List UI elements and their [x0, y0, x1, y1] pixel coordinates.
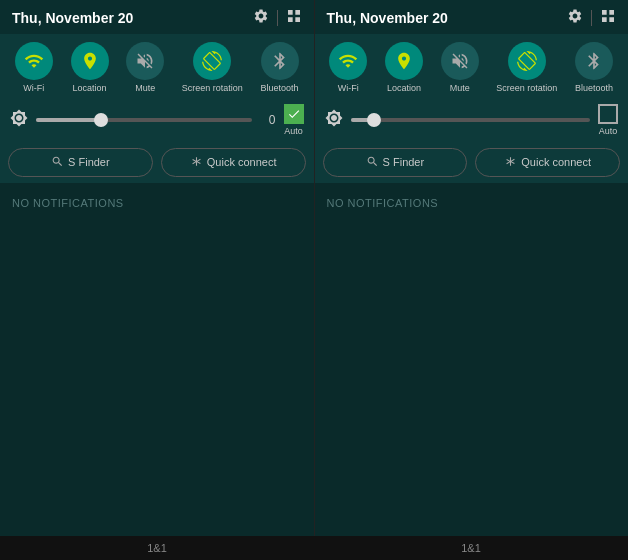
toggle-screen-rotation[interactable]: Screen rotation: [496, 42, 557, 94]
toggle-location[interactable]: Location: [385, 42, 423, 94]
brightness-row: 0Auto: [0, 98, 314, 140]
toggle-circle-screen-rotation: [508, 42, 546, 80]
header-date: Thu, November 20: [327, 10, 448, 26]
toggle-wifi[interactable]: Wi-Fi: [329, 42, 367, 94]
search-icon: [51, 155, 64, 170]
brightness-track[interactable]: [351, 118, 591, 122]
s-finder-button[interactable]: S Finder: [8, 148, 153, 177]
toggle-circle-location: [385, 42, 423, 80]
grid-icon[interactable]: [286, 8, 302, 28]
quick-connect-label: Quick connect: [207, 156, 277, 168]
brightness-value: 0: [260, 113, 276, 127]
brightness-fill: [36, 118, 101, 122]
s-finder-label: S Finder: [68, 156, 110, 168]
toggle-circle-mute: [126, 42, 164, 80]
quick-toggles: Wi-Fi Location Mute Screen rotation Blue…: [315, 34, 629, 98]
brightness-row: Auto: [315, 98, 629, 140]
panel-right: Thu, November 20 Wi-Fi Location Mute Scr…: [315, 0, 629, 536]
brightness-icon: [325, 109, 343, 131]
toggle-label-bluetooth: Bluetooth: [575, 83, 613, 94]
header-icons: [253, 8, 302, 28]
toggle-label-screen-rotation: Screen rotation: [182, 83, 243, 94]
auto-group[interactable]: Auto: [598, 104, 618, 136]
carrier-right: 1&1: [314, 542, 628, 554]
panel-left: Thu, November 20 Wi-Fi Location Mute Scr…: [0, 0, 315, 536]
header-icons: [567, 8, 616, 28]
search-icon: [366, 155, 379, 170]
action-buttons: S Finder Quick connect: [315, 140, 629, 183]
brightness-thumb[interactable]: [94, 113, 108, 127]
no-notifications-label: NO NOTIFICATIONS: [12, 197, 124, 209]
header-divider: [277, 10, 278, 26]
auto-label: Auto: [284, 126, 303, 136]
settings-icon[interactable]: [253, 8, 269, 28]
auto-group[interactable]: Auto: [284, 104, 304, 136]
s-finder-button[interactable]: S Finder: [323, 148, 468, 177]
toggle-circle-screen-rotation: [193, 42, 231, 80]
toggle-circle-mute: [441, 42, 479, 80]
brightness-thumb[interactable]: [367, 113, 381, 127]
panel-header: Thu, November 20: [0, 0, 314, 34]
toggle-wifi[interactable]: Wi-Fi: [15, 42, 53, 94]
auto-checkbox[interactable]: [598, 104, 618, 124]
main-container: Thu, November 20 Wi-Fi Location Mute Scr…: [0, 0, 628, 536]
brightness-icon: [10, 109, 28, 131]
notifications-area: NO NOTIFICATIONS: [315, 183, 629, 536]
notifications-area: NO NOTIFICATIONS: [0, 183, 314, 536]
quick-connect-button[interactable]: Quick connect: [475, 148, 620, 177]
toggle-label-mute: Mute: [135, 83, 155, 94]
toggle-label-bluetooth: Bluetooth: [261, 83, 299, 94]
no-notifications-label: NO NOTIFICATIONS: [327, 197, 439, 209]
toggle-label-wifi: Wi-Fi: [338, 83, 359, 94]
toggle-label-screen-rotation: Screen rotation: [496, 83, 557, 94]
toggle-location[interactable]: Location: [71, 42, 109, 94]
toggle-label-location: Location: [72, 83, 106, 94]
action-buttons: S Finder Quick connect: [0, 140, 314, 183]
asterisk-icon: [504, 155, 517, 170]
toggle-label-mute: Mute: [450, 83, 470, 94]
quick-toggles: Wi-Fi Location Mute Screen rotation Blue…: [0, 34, 314, 98]
auto-checkbox[interactable]: [284, 104, 304, 124]
settings-icon[interactable]: [567, 8, 583, 28]
brightness-track[interactable]: [36, 118, 252, 122]
bottom-bar: 1&11&1: [0, 536, 628, 560]
quick-connect-label: Quick connect: [521, 156, 591, 168]
grid-icon[interactable]: [600, 8, 616, 28]
toggle-circle-bluetooth: [261, 42, 299, 80]
carrier-left: 1&1: [0, 542, 314, 554]
toggle-bluetooth[interactable]: Bluetooth: [575, 42, 613, 94]
toggle-mute[interactable]: Mute: [441, 42, 479, 94]
toggle-screen-rotation[interactable]: Screen rotation: [182, 42, 243, 94]
header-date: Thu, November 20: [12, 10, 133, 26]
toggle-label-location: Location: [387, 83, 421, 94]
toggle-circle-location: [71, 42, 109, 80]
toggle-circle-wifi: [329, 42, 367, 80]
s-finder-label: S Finder: [383, 156, 425, 168]
toggle-label-wifi: Wi-Fi: [23, 83, 44, 94]
panel-header: Thu, November 20: [315, 0, 629, 34]
toggle-circle-wifi: [15, 42, 53, 80]
asterisk-icon: [190, 155, 203, 170]
toggle-bluetooth[interactable]: Bluetooth: [261, 42, 299, 94]
auto-label: Auto: [599, 126, 618, 136]
header-divider: [591, 10, 592, 26]
quick-connect-button[interactable]: Quick connect: [161, 148, 306, 177]
toggle-circle-bluetooth: [575, 42, 613, 80]
toggle-mute[interactable]: Mute: [126, 42, 164, 94]
